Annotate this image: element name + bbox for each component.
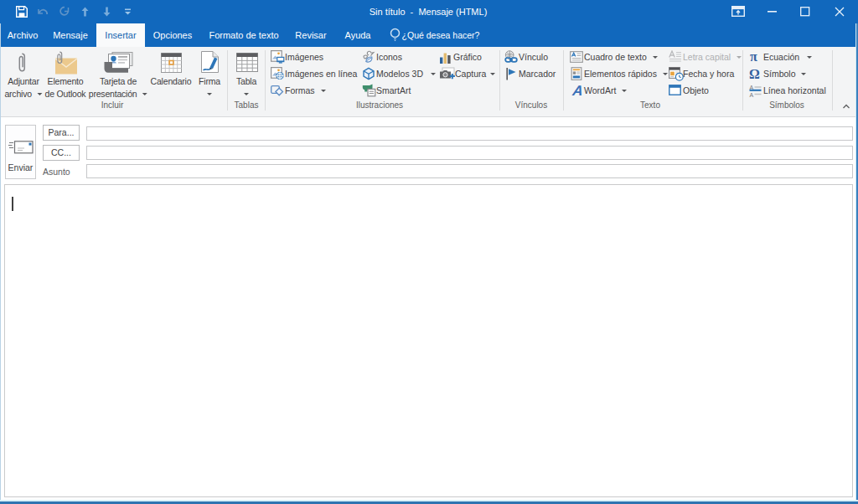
svg-text:A: A — [750, 92, 754, 98]
svg-text:π: π — [750, 50, 757, 64]
svg-text:Ω: Ω — [749, 67, 760, 80]
svg-text:A: A — [750, 85, 754, 90]
svg-text:A: A — [571, 84, 584, 97]
